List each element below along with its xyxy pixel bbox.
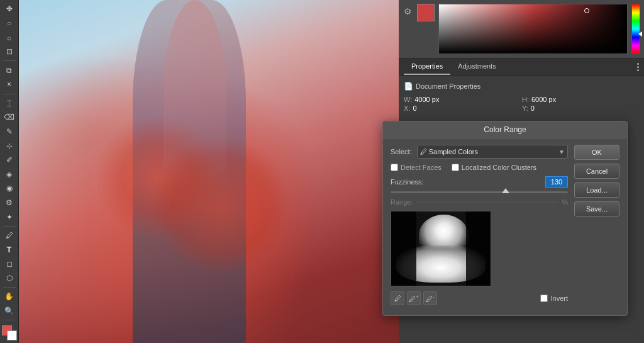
spectrum-cursor: [584, 8, 589, 13]
select-row: Select: 🖊 Sampled Colors ▼: [391, 145, 568, 159]
color-swatches: [417, 4, 435, 21]
color-picker-area: ⚙: [399, 0, 644, 59]
eyedropper-add-button[interactable]: 🖊+: [407, 291, 421, 305]
tool-blur[interactable]: ⚙: [2, 196, 17, 210]
tab-adjustments[interactable]: Adjustments: [450, 59, 504, 75]
tool-quick-select[interactable]: ⊡: [2, 45, 17, 59]
fg-swatch[interactable]: [417, 4, 435, 21]
hue-bar[interactable]: [631, 4, 640, 54]
dialog-body: Select: 🖊 Sampled Colors ▼ Detect Faces …: [383, 138, 627, 315]
localized-color-clusters-input[interactable]: [452, 164, 459, 171]
preview-dark-right: [466, 211, 491, 286]
invert-checkbox[interactable]: Invert: [540, 291, 568, 305]
fg-bg-colors[interactable]: [2, 325, 17, 340]
tool-healing[interactable]: ⌫: [2, 111, 17, 124]
dialog-actions: OK Cancel Load... Save...: [574, 145, 619, 309]
select-label: Select:: [391, 148, 412, 155]
separator-4: [3, 287, 16, 288]
tool-eyedropper[interactable]: ⌶: [2, 96, 17, 110]
localized-color-clusters-checkbox[interactable]: Localized Color Clusters: [452, 164, 536, 171]
hair: [164, 0, 226, 189]
canvas-area: [19, 0, 399, 343]
detect-faces-checkbox[interactable]: Detect Faces: [391, 164, 441, 171]
separator-5: [3, 320, 16, 320]
preview-image: [391, 211, 491, 286]
save-button[interactable]: Save...: [574, 201, 619, 216]
prop-height: H: 6000 px: [522, 96, 639, 103]
prop-x: X: 0: [404, 104, 521, 112]
tool-history-brush[interactable]: ✐: [2, 154, 17, 167]
cancel-button[interactable]: Cancel: [574, 164, 619, 179]
canvas-image: [19, 0, 399, 343]
preview-dark-left: [391, 211, 416, 286]
tool-shape[interactable]: ⬡: [2, 272, 17, 285]
doc-icon: 📄: [404, 82, 413, 91]
tool-clone[interactable]: ⊹: [2, 139, 17, 152]
eyedropper-add-icon: 🖊+: [409, 295, 418, 303]
select-value: 🖊 Sampled Colors: [420, 148, 478, 155]
properties-content: 📄 Document Properties W: 4000 px H: 6000…: [399, 76, 644, 120]
background-color[interactable]: [7, 330, 17, 340]
load-button[interactable]: Load...: [574, 183, 619, 198]
color-range-dialog: Color Range Select: 🖊 Sampled Colors ▼ D…: [382, 121, 628, 316]
panel-tabs: Properties Adjustments: [399, 59, 644, 76]
tool-dodge[interactable]: ✦: [2, 210, 17, 223]
tool-hand[interactable]: ✋: [2, 290, 17, 303]
select-dropdown[interactable]: 🖊 Sampled Colors ▼: [417, 145, 568, 159]
detect-faces-label: Detect Faces: [401, 164, 441, 171]
tool-path-select[interactable]: ◻: [2, 257, 17, 271]
color-spectrum[interactable]: [438, 4, 628, 54]
separator-3: [3, 226, 16, 227]
fuzziness-slider-container: [391, 190, 568, 198]
panel-tabs-left: Properties Adjustments: [404, 59, 504, 75]
tool-eraser[interactable]: ◈: [2, 167, 17, 181]
eyedropper-subtract-icon: 🖊-: [426, 295, 434, 303]
invert-input[interactable]: [540, 295, 548, 302]
prop-y: Y: 0: [522, 104, 639, 112]
localized-color-clusters-label: Localized Color Clusters: [462, 164, 536, 171]
tool-move[interactable]: ✥: [2, 3, 17, 16]
document-title: 📄 Document Properties: [404, 81, 639, 92]
dialog-title: Color Range: [383, 121, 627, 138]
eyedropper-button[interactable]: 🖊: [391, 291, 404, 305]
tab-properties[interactable]: Properties: [404, 59, 450, 75]
detect-faces-input[interactable]: [391, 164, 398, 171]
fuzziness-slider-thumb[interactable]: [502, 188, 509, 193]
doc-properties: W: 4000 px H: 6000 px X: 0 Y: 0: [404, 96, 639, 112]
ok-button[interactable]: OK: [574, 145, 619, 160]
separator-1: [3, 60, 16, 61]
left-toolbar: ✥ ○ ⌕ ⊡ ⧉ × ⌶ ⌫ ✎ ⊹ ✐ ◈ ◉ ⚙ ✦ 🖊 T ◻ ⬡ ✋ …: [0, 0, 19, 343]
tool-marquee-ellipse[interactable]: ○: [2, 17, 17, 30]
eyedropper-subtract-button[interactable]: 🖊-: [423, 291, 437, 305]
tool-crop[interactable]: ⧉: [2, 64, 17, 77]
fuzziness-input[interactable]: 130: [545, 176, 568, 188]
range-label: Range:: [391, 198, 413, 206]
tool-zoom[interactable]: 🔍: [2, 305, 17, 318]
separator-2: [3, 94, 16, 94]
eyedropper-tools: 🖊 🖊+ 🖊- Invert: [391, 291, 568, 305]
chevron-down-icon: ▼: [558, 149, 565, 155]
tool-type[interactable]: T: [2, 243, 17, 256]
tool-pen[interactable]: 🖊: [2, 229, 17, 242]
range-percent: %: [562, 198, 568, 206]
fuzziness-label: Fuzziness:: [391, 178, 424, 186]
invert-label: Invert: [550, 295, 568, 302]
preview-bg: [391, 211, 491, 286]
dialog-main: Select: 🖊 Sampled Colors ▼ Detect Faces …: [391, 145, 568, 309]
tool-brush[interactable]: ✎: [2, 125, 17, 138]
panel-menu-icon[interactable]: [637, 63, 639, 71]
fuzziness-row: Fuzziness: 130: [391, 176, 568, 188]
prop-width: W: 4000 px: [404, 96, 521, 103]
tool-colors: [2, 325, 17, 340]
hue-cursor: [631, 31, 642, 37]
eyedropper-icon: 🖊: [394, 295, 401, 302]
tool-lasso[interactable]: ⌕: [2, 31, 17, 44]
tool-gradient[interactable]: ◉: [2, 182, 17, 195]
range-row: Range: %: [391, 198, 568, 206]
tool-slice[interactable]: ×: [2, 78, 17, 91]
fuzziness-slider-track[interactable]: [391, 191, 568, 193]
settings-icon[interactable]: ⚙: [402, 5, 413, 18]
range-slider-track[interactable]: [416, 201, 558, 203]
checkboxes-row: Detect Faces Localized Color Clusters: [391, 164, 568, 171]
